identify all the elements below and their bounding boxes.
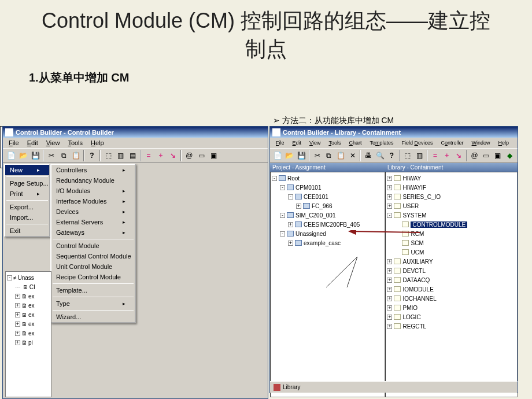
tb-at[interactable]: @ xyxy=(469,150,480,161)
file-export[interactable]: Export... xyxy=(5,202,49,212)
menu-edit[interactable]: Edit xyxy=(289,139,305,146)
tb-box2[interactable]: ▣ xyxy=(208,150,219,161)
file-import[interactable]: Import... xyxy=(5,212,49,223)
tb-box1[interactable]: ▭ xyxy=(195,150,207,161)
tb-pink-link[interactable]: ↘ xyxy=(167,150,179,161)
library-node[interactable]: +HIWAYIF xyxy=(387,183,516,192)
library-node[interactable]: SCM xyxy=(387,238,516,247)
menu-help[interactable]: Help xyxy=(495,139,513,146)
tb-paste[interactable]: 📋 xyxy=(335,150,346,161)
new-scm[interactable]: Sequential Control Module xyxy=(51,251,135,261)
tb-help-cursor[interactable]: ? xyxy=(386,150,397,161)
library-node[interactable]: +REGCTL xyxy=(387,322,516,331)
project-node[interactable]: -Root xyxy=(272,173,383,183)
new-wizard[interactable]: Wizard... xyxy=(51,312,135,322)
library-node[interactable]: +AUXILIARY xyxy=(387,257,516,266)
menu-view[interactable]: View xyxy=(306,139,324,146)
library-node[interactable]: +IOCHANNEL xyxy=(387,294,516,303)
tb-pink-eq[interactable]: = xyxy=(143,150,154,161)
new-template[interactable]: Template... xyxy=(51,285,135,295)
tb-copy[interactable]: ⧉ xyxy=(58,150,69,161)
tb-layout[interactable]: ▥ xyxy=(413,150,424,161)
new-devices[interactable]: Devices xyxy=(51,206,135,217)
project-node[interactable]: -SIM_C200_001 xyxy=(272,210,383,220)
new-interface-modules[interactable]: Interface Modules xyxy=(51,196,135,206)
new-type[interactable]: Type xyxy=(51,298,135,309)
menu-field-devices[interactable]: Field Devices xyxy=(398,139,436,146)
project-node[interactable]: +example_casc xyxy=(272,238,383,247)
new-control-module[interactable]: Control Module xyxy=(51,241,135,251)
menu-file[interactable]: File xyxy=(272,139,288,146)
tb-pink-plus[interactable]: + xyxy=(155,150,167,161)
tb-delete[interactable]: ✕ xyxy=(347,150,358,161)
project-node[interactable]: +FC_966 xyxy=(272,201,383,210)
tb-print[interactable]: 🖶 xyxy=(363,150,374,161)
library-node[interactable]: CONTROLMODULE xyxy=(387,220,516,229)
tb-cut[interactable]: ✂ xyxy=(312,150,323,161)
tb-new[interactable]: 📄 xyxy=(5,150,17,161)
menu-chart[interactable]: Chart xyxy=(345,139,365,146)
new-io-modules[interactable]: I/O Modules xyxy=(51,186,135,196)
file-exit[interactable]: Exit xyxy=(5,226,49,236)
library-node[interactable]: +DATAACQ xyxy=(387,275,516,285)
library-node[interactable]: +IOMODULE xyxy=(387,285,516,294)
menu-templates[interactable]: Templates xyxy=(366,139,397,146)
file-new[interactable]: New xyxy=(5,165,49,175)
status-tab[interactable]: Library xyxy=(283,384,301,390)
library-node[interactable]: +HIWAY xyxy=(387,173,516,183)
library-node[interactable]: +SERIES_C_IO xyxy=(387,192,516,201)
tb-open[interactable]: 📂 xyxy=(17,150,29,161)
menu-edit[interactable]: Edit xyxy=(24,139,42,147)
tb-tree[interactable]: ⬚ xyxy=(102,150,114,161)
library-node[interactable]: UCM xyxy=(387,247,516,257)
tb-help-cursor[interactable]: ? xyxy=(86,150,98,161)
menu-controller[interactable]: Controller xyxy=(438,139,467,146)
library-node[interactable]: +PMIO xyxy=(387,303,516,312)
tb-paste[interactable]: 📋 xyxy=(70,150,82,161)
tb-cut[interactable]: ✂ xyxy=(46,150,57,161)
menu-tools[interactable]: Tools xyxy=(325,139,344,146)
tb-find[interactable]: 🔍 xyxy=(375,150,386,161)
menu-view[interactable]: View xyxy=(43,139,64,147)
project-node[interactable]: -CPM0101 xyxy=(272,183,383,192)
new-rcm[interactable]: Recipe Control Module xyxy=(51,272,135,282)
library-node[interactable]: +DEVCTL xyxy=(387,266,516,275)
left-menubar[interactable]: File Edit View Tools Help xyxy=(3,138,268,148)
new-external-servers[interactable]: External Servers xyxy=(51,217,135,227)
tb-tree[interactable]: ⬚ xyxy=(402,150,413,161)
tb-copy[interactable]: ⧉ xyxy=(323,150,334,161)
tb-open[interactable]: 📂 xyxy=(284,150,295,161)
new-controllers[interactable]: Controllers xyxy=(51,165,135,175)
tb-at[interactable]: @ xyxy=(183,150,195,161)
new-redundancy[interactable]: Redundancy Module xyxy=(51,175,135,186)
library-node[interactable]: -SYSTEM xyxy=(387,210,516,220)
project-node[interactable]: -CEE0101 xyxy=(272,192,383,201)
library-node[interactable]: +USER xyxy=(387,201,516,210)
menu-help[interactable]: Help xyxy=(87,139,108,147)
tb-box2[interactable]: ▣ xyxy=(492,150,503,161)
tb-pink-eq[interactable]: = xyxy=(430,150,441,161)
library-node[interactable]: +LOGIC xyxy=(387,312,516,322)
right-menubar[interactable]: File Edit View Tools Chart Templates Fie… xyxy=(270,138,518,148)
menu-window[interactable]: Window xyxy=(468,139,494,146)
tb-box1[interactable]: ▭ xyxy=(481,150,492,161)
project-node[interactable]: -Unassigned xyxy=(272,229,383,238)
tb-pink-link[interactable]: ↘ xyxy=(453,150,464,161)
library-node[interactable]: RCM xyxy=(387,229,516,238)
project-tree[interactable]: -Root-CPM0101-CEE0101+FC_966-SIM_C200_00… xyxy=(270,172,385,397)
tb-layout1[interactable]: ▥ xyxy=(114,150,126,161)
tb-pink-plus[interactable]: + xyxy=(441,150,452,161)
project-node[interactable]: +CEESIMC200FB_405 xyxy=(272,220,383,229)
tb-save[interactable]: 💾 xyxy=(29,150,41,161)
tb-layout2[interactable]: ▤ xyxy=(127,150,138,161)
tb-save[interactable]: 💾 xyxy=(296,150,307,161)
new-submenu[interactable]: Controllers Redundancy Module I/O Module… xyxy=(50,164,136,323)
tb-green[interactable]: ◆ xyxy=(504,150,515,161)
menu-file[interactable]: File xyxy=(5,139,23,147)
file-print[interactable]: Print xyxy=(5,189,49,199)
tb-new[interactable]: 📄 xyxy=(272,150,283,161)
menu-tools[interactable]: Tools xyxy=(64,139,86,147)
new-gateways[interactable]: Gateways xyxy=(51,227,135,238)
left-tree[interactable]: -≠ Unass ⋯ 🗎 CI +🗎 ex +🗎 ex +🗎 ex +🗎 ex … xyxy=(5,271,51,397)
file-menu[interactable]: New Page Setup... Print Export... Import… xyxy=(4,164,50,237)
